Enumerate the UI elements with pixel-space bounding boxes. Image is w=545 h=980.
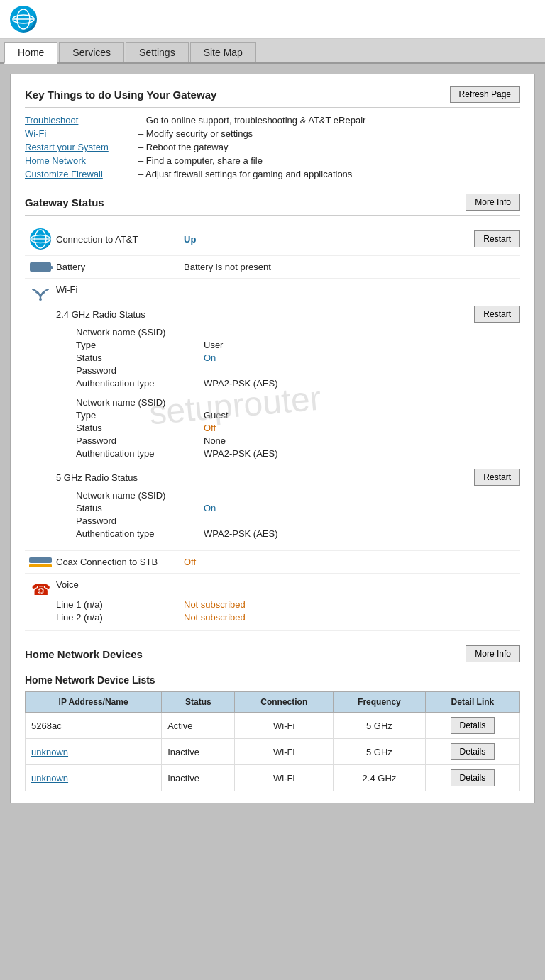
coax-label: Coax Connection to STB bbox=[56, 557, 184, 567]
radio-24ghz-header: 2.4 GHz Radio Status Restart bbox=[56, 301, 520, 327]
coax-icon-wrap bbox=[25, 557, 56, 567]
device-table: IP Address/Name Status Connection Freque… bbox=[25, 691, 520, 791]
voice-label: Voice bbox=[56, 579, 184, 590]
list-item: Restart your System – Reboot the gateway bbox=[25, 142, 520, 152]
voice-icon: ☎ bbox=[31, 581, 50, 599]
line1-row: Line 1 (n/a) Not subscribed bbox=[56, 599, 520, 610]
more-info-button[interactable]: More Info bbox=[466, 194, 520, 211]
type-row-user: Type User bbox=[76, 340, 520, 350]
device-ip-cell[interactable]: unknown bbox=[26, 765, 162, 791]
radio-5ghz-header: 5 GHz Radio Status Restart bbox=[56, 464, 520, 490]
status-row-user: Status On bbox=[76, 352, 520, 363]
col-frequency: Frequency bbox=[334, 692, 426, 713]
home-network-link[interactable]: Home Network bbox=[25, 155, 138, 166]
connection-restart-wrap: Restart bbox=[474, 230, 520, 247]
ssid-label-5ghz: Network name (SSID) bbox=[76, 490, 204, 501]
restart-system-desc: – Reboot the gateway bbox=[138, 142, 228, 152]
battery-icon-wrap bbox=[25, 262, 56, 272]
radio-5ghz-restart-button[interactable]: Restart bbox=[474, 469, 520, 486]
status-row-guest: Status Off bbox=[76, 423, 520, 433]
wifi-link[interactable]: Wi-Fi bbox=[25, 128, 138, 139]
list-item: Home Network – Find a computer, share a … bbox=[25, 155, 520, 166]
list-item: Troubleshoot – Go to online support, tro… bbox=[25, 115, 520, 126]
voice-icon-wrap: ☎ bbox=[25, 579, 56, 599]
password-row-5ghz: Password bbox=[76, 516, 520, 526]
customize-firewall-desc: – Adjust firewall settings for gaming an… bbox=[138, 169, 352, 179]
att-icon-wrap bbox=[25, 228, 56, 250]
radio-24ghz-title: 2.4 GHz Radio Status bbox=[56, 309, 145, 320]
home-network-section: Home Network Devices More Info Home Netw… bbox=[25, 645, 520, 791]
main-content: Key Things to do Using Your Gateway Refr… bbox=[0, 64, 545, 813]
status-label-5ghz: Status bbox=[76, 503, 204, 513]
device-connection-cell: Wi-Fi bbox=[235, 739, 334, 765]
list-item: Customize Firewall – Adjust firewall set… bbox=[25, 169, 520, 179]
password-label-user: Password bbox=[76, 365, 204, 376]
auth-label-guest: Authentication type bbox=[76, 448, 204, 459]
customize-firewall-link[interactable]: Customize Firewall bbox=[25, 169, 138, 179]
auth-row-guest: Authentication type WPA2-PSK (AES) bbox=[76, 448, 520, 459]
tab-sitemap[interactable]: Site Map bbox=[190, 42, 256, 62]
home-network-header: Home Network Devices More Info bbox=[25, 645, 520, 667]
voice-row: ☎ Voice Line 1 (n/a) Not subscribed Line… bbox=[25, 574, 520, 631]
device-ip-cell[interactable]: unknown bbox=[26, 739, 162, 765]
auth-label-user: Authentication type bbox=[76, 378, 204, 389]
radio-24ghz-restart-button[interactable]: Restart bbox=[474, 306, 520, 323]
device-frequency-cell: 5 GHz bbox=[334, 739, 426, 765]
header bbox=[0, 0, 545, 39]
status-value-5ghz: On bbox=[204, 503, 216, 513]
att-status-icon bbox=[30, 228, 51, 250]
line2-label: Line 2 (n/a) bbox=[56, 612, 184, 623]
col-detail: Detail Link bbox=[425, 692, 519, 713]
details-button[interactable]: Details bbox=[451, 769, 495, 786]
password-row-user: Password bbox=[76, 365, 520, 376]
auth-row-5ghz: Authentication type WPA2-PSK (AES) bbox=[76, 528, 520, 539]
line1-value: Not subscribed bbox=[184, 599, 246, 610]
ssid-row-user: Network name (SSID) bbox=[76, 327, 520, 338]
ssid-row-5ghz: Network name (SSID) bbox=[76, 490, 520, 501]
device-frequency-cell: 5 GHz bbox=[334, 713, 426, 739]
tab-bar: Home Services Settings Site Map bbox=[0, 39, 545, 64]
device-connection-cell: Wi-Fi bbox=[235, 765, 334, 791]
tab-settings[interactable]: Settings bbox=[126, 42, 189, 62]
refresh-page-button[interactable]: Refresh Page bbox=[450, 86, 520, 103]
auth-value-guest: WPA2-PSK (AES) bbox=[204, 448, 278, 459]
tab-home[interactable]: Home bbox=[4, 42, 57, 64]
auth-value-5ghz: WPA2-PSK (AES) bbox=[204, 528, 278, 539]
col-connection: Connection bbox=[235, 692, 334, 713]
troubleshoot-link[interactable]: Troubleshoot bbox=[25, 115, 138, 126]
radio-5ghz-title: 5 GHz Radio Status bbox=[56, 472, 138, 483]
home-network-more-info-button[interactable]: More Info bbox=[466, 645, 520, 662]
device-status-cell: Inactive bbox=[162, 765, 235, 791]
device-detail-cell: Details bbox=[425, 739, 519, 765]
svg-point-8 bbox=[39, 298, 42, 301]
key-things-header: Key Things to do Using Your Gateway Refr… bbox=[25, 86, 520, 108]
list-item: Wi-Fi – Modify security or settings bbox=[25, 128, 520, 139]
network-user: Network name (SSID) Type User Status On bbox=[56, 327, 520, 389]
details-button[interactable]: Details bbox=[451, 743, 495, 760]
home-network-title: Home Network Devices bbox=[25, 648, 143, 660]
status-row-5ghz: Status On bbox=[76, 503, 520, 513]
tab-services[interactable]: Services bbox=[59, 42, 124, 62]
table-row: 5268acActiveWi-Fi5 GHzDetails bbox=[26, 713, 520, 739]
gateway-status-header: Gateway Status More Info bbox=[25, 194, 520, 216]
voice-lines: Line 1 (n/a) Not subscribed Line 2 (n/a)… bbox=[25, 599, 520, 625]
wifi-icon-wrap bbox=[25, 284, 56, 301]
wifi-desc: – Modify security or settings bbox=[138, 128, 253, 139]
status-label-user: Status bbox=[76, 352, 204, 363]
coax-row: Coax Connection to STB Off bbox=[25, 551, 520, 574]
device-connection-cell: Wi-Fi bbox=[235, 713, 334, 739]
device-frequency-cell: 2.4 GHz bbox=[334, 765, 426, 791]
att-logo bbox=[10, 6, 37, 33]
connection-restart-button[interactable]: Restart bbox=[474, 230, 520, 247]
ssid-label-user: Network name (SSID) bbox=[76, 327, 204, 338]
device-detail-cell: Details bbox=[425, 765, 519, 791]
battery-row: Battery Battery is not present bbox=[25, 256, 520, 279]
password-label-guest: Password bbox=[76, 435, 204, 446]
details-button[interactable]: Details bbox=[451, 717, 495, 734]
table-row: unknownInactiveWi-Fi2.4 GHzDetails bbox=[26, 765, 520, 791]
type-label-user: Type bbox=[76, 340, 204, 350]
gateway-status-title: Gateway Status bbox=[25, 196, 104, 208]
device-status-cell: Inactive bbox=[162, 739, 235, 765]
network-5ghz: Network name (SSID) Status On Password bbox=[56, 490, 520, 539]
restart-system-link[interactable]: Restart your System bbox=[25, 142, 138, 152]
